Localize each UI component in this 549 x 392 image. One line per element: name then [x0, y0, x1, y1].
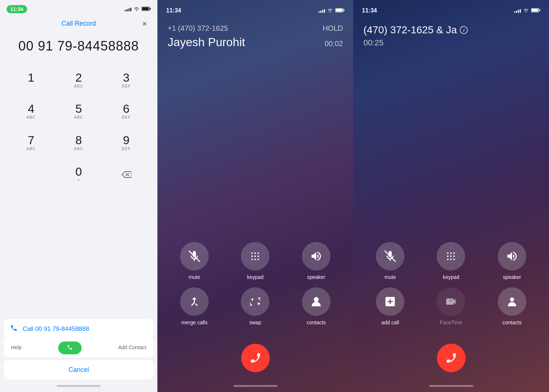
- call-buttons-grid-phone2: mute keypad speaker merge calls: [157, 231, 353, 333]
- end-call-button-phone2[interactable]: [241, 344, 270, 372]
- key-6[interactable]: 6 DEF: [102, 96, 150, 128]
- facetime-button[interactable]: FaceTime: [424, 287, 478, 325]
- merge-calls-label: merge calls: [181, 320, 208, 325]
- svg-rect-6: [344, 9, 345, 11]
- signal-icon-phone3: [514, 8, 521, 13]
- status-bar-phone1: 11:34: [0, 0, 157, 16]
- keypad-button-phone3[interactable]: keypad: [424, 242, 478, 280]
- speaker-label-phone3: speaker: [503, 274, 521, 280]
- caller-line: Jayesh Purohit 00:02: [168, 34, 343, 49]
- info-circle-icon[interactable]: i: [460, 26, 468, 34]
- svg-point-33: [510, 298, 514, 302]
- battery-icon: [142, 7, 151, 12]
- close-button[interactable]: [139, 18, 150, 29]
- svg-point-19: [314, 298, 318, 301]
- bottom-actions: Help Add Contact: [4, 339, 154, 357]
- contacts-label-phone2: contacts: [307, 320, 326, 325]
- speaker-icon-circle-phone3: [498, 242, 526, 270]
- battery-icon-phone2: [335, 8, 344, 14]
- add-call-icon-circle: [376, 287, 404, 316]
- contacts-icon-circle: [302, 287, 330, 316]
- svg-point-16: [258, 258, 259, 260]
- wifi-icon-phone3: [523, 8, 529, 14]
- home-bar: [57, 385, 101, 387]
- add-call-button[interactable]: add call: [363, 287, 417, 325]
- svg-point-13: [258, 255, 259, 257]
- swap-icon-circle: [241, 287, 269, 316]
- key-8[interactable]: 8 ABC: [55, 127, 102, 159]
- merge-calls-button[interactable]: merge calls: [168, 287, 221, 325]
- add-contact-button[interactable]: Add Contact: [118, 341, 146, 354]
- call-suggestion-text: Call 00 91 79-84458888: [23, 325, 89, 333]
- svg-point-31: [450, 258, 452, 260]
- speaker-icon-circle: [302, 242, 330, 270]
- speaker-button-phone3[interactable]: speaker: [485, 242, 539, 280]
- contacts-button-phone3[interactable]: contacts: [485, 287, 539, 325]
- key-9[interactable]: 9 DEF: [102, 127, 150, 159]
- svg-point-25: [450, 252, 452, 254]
- caller-name: Jayesh Purohit: [168, 36, 245, 49]
- call-duration: 00:02: [325, 40, 343, 48]
- svg-point-26: [453, 252, 455, 254]
- time-phone1: 11:34: [7, 5, 27, 13]
- svg-rect-2: [150, 8, 151, 10]
- status-bar-phone3: 11:34: [353, 0, 549, 18]
- backspace-button[interactable]: [102, 159, 150, 190]
- call-number-line: +1 (470) 372-1625 HOLD: [168, 24, 343, 33]
- swap-button[interactable]: swap: [228, 287, 282, 325]
- svg-point-28: [450, 255, 452, 257]
- svg-rect-21: [531, 9, 538, 12]
- phone1-dialer: 11:34 Call Record 00 91 79-84458888: [0, 0, 157, 392]
- status-icons-phone2: [318, 8, 344, 14]
- call-info-phone2: +1 (470) 372-1625 HOLD Jayesh Purohit 00…: [157, 18, 353, 55]
- key-4[interactable]: 4 ABC: [7, 96, 55, 128]
- svg-rect-22: [539, 9, 541, 11]
- speaker-button-phone2[interactable]: speaker: [290, 242, 343, 280]
- status-icons-phone1: [125, 7, 151, 12]
- contacts-button-phone2[interactable]: contacts: [290, 287, 343, 325]
- wifi-icon-phone2: [327, 8, 333, 14]
- wifi-icon: [134, 7, 139, 12]
- mute-button-phone2[interactable]: mute: [168, 242, 221, 280]
- merged-number: (470) 372-1625 & Ja i: [363, 24, 539, 36]
- battery-icon-phone3: [531, 8, 540, 14]
- phone-icon: [10, 324, 18, 333]
- home-bar-phone3: [429, 385, 473, 387]
- end-call-button-phone3[interactable]: [437, 344, 466, 372]
- key-5[interactable]: 5 ABC: [55, 96, 102, 128]
- help-button[interactable]: Help: [11, 341, 22, 354]
- call-suggestion-bar[interactable]: Call 00 91 79-84458888: [4, 319, 154, 339]
- mute-label: mute: [189, 274, 200, 280]
- contacts-label-phone3: contacts: [503, 320, 522, 325]
- mute-label-phone3: mute: [385, 274, 396, 280]
- keypad-grid: 1 2 ABC 3 DEF 4 ABC 5 ABC 6 DEF 7 ABC: [0, 65, 157, 190]
- call-record-title: Call Record: [61, 20, 96, 27]
- swap-label: swap: [249, 320, 261, 325]
- svg-point-12: [254, 255, 256, 257]
- svg-point-27: [447, 255, 449, 257]
- call-number: +1 (470) 372-1625: [168, 24, 228, 33]
- key-3[interactable]: 3 DEF: [102, 65, 150, 96]
- key-0[interactable]: 0 +: [55, 159, 102, 190]
- call-buttons-grid-phone3: mute keypad speaker add call: [353, 231, 549, 333]
- call-green-button[interactable]: [58, 341, 82, 354]
- svg-point-10: [258, 252, 259, 254]
- mute-button-phone3[interactable]: mute: [363, 242, 417, 280]
- end-call-area-phone3: [353, 333, 549, 380]
- key-1[interactable]: 1: [7, 65, 55, 96]
- key-2[interactable]: 2 ABC: [55, 65, 102, 96]
- svg-point-11: [251, 255, 253, 257]
- key-7[interactable]: 7 ABC: [7, 127, 55, 159]
- cancel-button[interactable]: Cancel: [4, 360, 154, 380]
- home-indicator-phone3: [353, 380, 549, 392]
- keypad-label: keypad: [247, 274, 264, 280]
- keypad-icon-circle: [241, 242, 269, 270]
- svg-point-14: [251, 258, 253, 260]
- keypad-button-phone2[interactable]: keypad: [228, 242, 282, 280]
- contacts-icon-circle-phone3: [498, 287, 526, 316]
- keypad-label-phone3: keypad: [443, 274, 459, 280]
- home-indicator-phone2: [157, 380, 353, 392]
- key-spacer: [7, 159, 55, 190]
- mute-icon-circle-phone3: [376, 242, 404, 270]
- svg-point-29: [453, 255, 455, 257]
